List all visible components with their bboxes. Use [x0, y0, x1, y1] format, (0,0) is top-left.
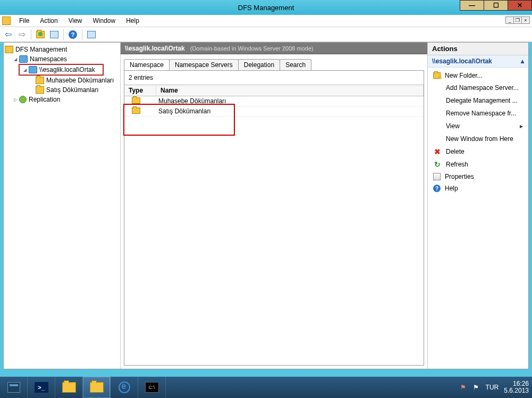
folder-up-icon [36, 31, 45, 38]
tab-delegation[interactable]: Delegation [238, 59, 280, 70]
mdi-close-button[interactable]: × [521, 16, 530, 24]
row-type-cell [124, 107, 156, 115]
up-folder-button[interactable] [35, 29, 46, 40]
titlebar: DFS Management — ☐ ✕ [0, 0, 532, 15]
namespaces-icon [19, 55, 28, 63]
tree-folder-label: Satış Dökümanları [46, 86, 99, 94]
expand-toggle-icon[interactable] [12, 56, 18, 62]
center-header: \\esaglik.local\Ortak (Domain-based in W… [121, 43, 427, 54]
window-title: DFS Management [238, 4, 294, 12]
mdi-minimize-button[interactable]: _ [505, 16, 514, 24]
show-hide-tree-button[interactable] [48, 29, 60, 40]
help-button[interactable] [67, 29, 79, 40]
client-area: DFS Management Namespaces \\esaglik.loca… [3, 42, 529, 369]
tab-content: 2 entries Type Name Muhasebe Dökümanları… [124, 70, 424, 366]
tab-namespace[interactable]: Namespace [124, 59, 170, 70]
center-pane: \\esaglik.local\Ortak (Domain-based in W… [121, 43, 427, 369]
app-icon [2, 16, 11, 25]
powershell-icon [35, 382, 48, 393]
tree-namespace-path-label: \\esaglik.local\Ortak [39, 66, 95, 73]
col-name-header[interactable]: Name [156, 85, 424, 96]
center-title: \\esaglik.local\Ortak [125, 45, 185, 52]
tree-root[interactable]: DFS Management [4, 45, 120, 54]
action-refresh[interactable]: Refresh [428, 158, 528, 171]
collapse-section-icon[interactable]: ▴ [521, 57, 524, 65]
menu-window[interactable]: Window [88, 15, 121, 26]
window-controls: — ☐ ✕ [460, 0, 532, 11]
folder-icon [132, 107, 140, 114]
forward-button[interactable] [16, 29, 28, 40]
toolbar-separator [63, 29, 64, 40]
system-tray: TUR 16:26 5.6.2013 [460, 380, 532, 394]
language-indicator[interactable]: TUR [486, 384, 499, 391]
back-button[interactable] [2, 29, 14, 40]
actions-section: \\esaglik.local\Ortak ▴ [428, 55, 528, 68]
col-type-header[interactable]: Type [124, 85, 156, 96]
blank-icon [433, 122, 442, 130]
row-type-cell [124, 97, 156, 105]
column-headers: Type Name [124, 85, 424, 96]
action-new-window[interactable]: New Window from Here [428, 132, 528, 145]
menu-file[interactable]: File [14, 15, 35, 26]
toolbar-separator [31, 29, 31, 40]
tree-folder-satis[interactable]: Satış Dökümanları [4, 85, 120, 95]
action-add-namespace-server[interactable]: Add Namespace Server... [428, 81, 528, 94]
tree-namespaces[interactable]: Namespaces [4, 54, 120, 64]
action-delete[interactable]: Delete [428, 145, 528, 158]
menu-action[interactable]: Action [35, 15, 63, 26]
action-label: Help [445, 185, 523, 192]
menu-help[interactable]: Help [121, 15, 145, 26]
tab-namespace-servers[interactable]: Namespace Servers [169, 59, 239, 70]
center-subtitle: (Domain-based in Windows Server 2008 mod… [190, 45, 314, 52]
mdi-restore-button[interactable]: ❐ [513, 16, 522, 24]
task-dfs-management[interactable] [83, 377, 111, 398]
actions-list: New Folder... Add Namespace Server... De… [428, 68, 528, 196]
actions-section-label: \\esaglik.local\Ortak [432, 57, 492, 65]
properties-icon [433, 173, 441, 180]
actions-title: Actions [428, 43, 528, 55]
task-internet-explorer[interactable] [111, 377, 138, 398]
tree-namespaces-label: Namespaces [30, 55, 67, 63]
action-delegate-management[interactable]: Delegate Management ... [428, 94, 528, 107]
clock[interactable]: 16:26 5.6.2013 [504, 380, 529, 394]
action-remove-namespace[interactable]: Remove Namespace fr... [428, 107, 528, 120]
action-properties[interactable]: Properties [428, 171, 528, 183]
action-label: View [446, 122, 516, 130]
action-label: Remove Namespace fr... [446, 110, 523, 117]
tree-namespace-path[interactable]: \\esaglik.local\Ortak [20, 65, 103, 74]
action-view-submenu[interactable]: View [428, 120, 528, 132]
task-explorer[interactable] [55, 377, 83, 398]
network-icon[interactable] [473, 384, 480, 391]
menu-view[interactable]: View [63, 15, 88, 26]
task-server-manager[interactable] [0, 377, 28, 398]
expand-toggle-icon[interactable] [22, 67, 28, 73]
command-prompt-icon [145, 382, 159, 393]
tab-search[interactable]: Search [280, 59, 311, 70]
action-new-folder[interactable]: New Folder... [428, 70, 528, 81]
list-view-button[interactable] [86, 29, 97, 40]
blank-icon [433, 135, 442, 143]
tree-folder-muhasebe[interactable]: Muhasebe Dökümanları [4, 76, 120, 85]
tree-replication[interactable]: Replication [4, 95, 120, 104]
maximize-button[interactable]: ☐ [484, 0, 508, 11]
expand-toggle-icon[interactable] [12, 97, 18, 103]
minimize-button[interactable]: — [460, 0, 484, 11]
close-button[interactable]: ✕ [508, 0, 532, 11]
list-row[interactable]: Satış Dökümanları [124, 106, 424, 117]
new-folder-icon [433, 72, 441, 79]
taskbar: TUR 16:26 5.6.2013 [0, 377, 532, 398]
task-command-prompt[interactable] [138, 377, 166, 398]
help-icon [433, 185, 441, 192]
blank-icon [433, 84, 442, 92]
task-powershell[interactable] [28, 377, 55, 398]
tree-folder-label: Muhasebe Dökümanları [46, 77, 114, 84]
clock-date: 5.6.2013 [504, 387, 529, 394]
row-name-cell: Satış Dökümanları [156, 106, 424, 116]
tab-strip: Namespace Namespace Servers Delegation S… [121, 54, 427, 70]
action-center-icon[interactable] [460, 384, 468, 391]
action-help[interactable]: Help [428, 183, 528, 194]
folder-icon [36, 86, 44, 94]
list-row[interactable]: Muhasebe Dökümanları [124, 96, 424, 106]
tree-root-label: DFS Management [15, 46, 67, 53]
action-label: New Folder... [445, 72, 523, 79]
